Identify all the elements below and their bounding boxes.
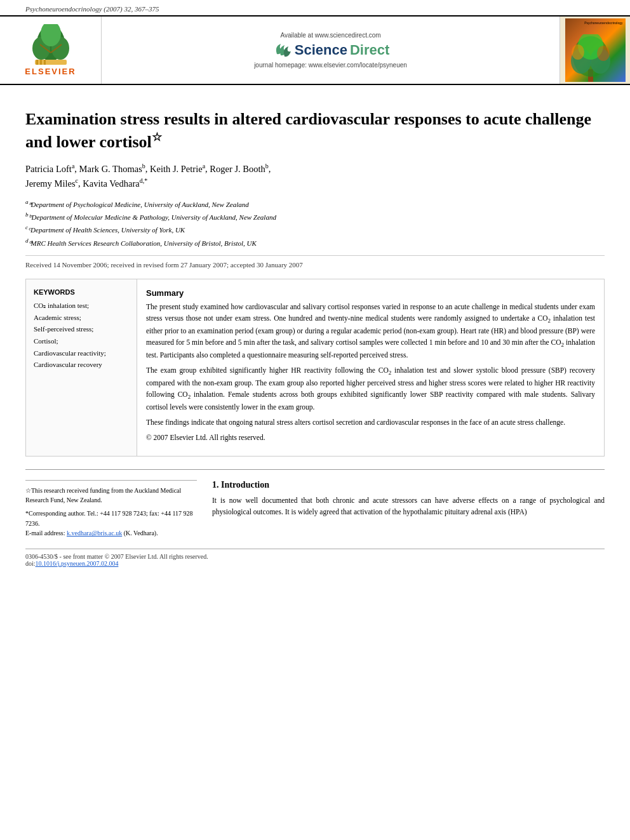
elsevier-tree-icon: [22, 24, 79, 65]
title-text: Examination stress results in altered ca…: [25, 110, 591, 150]
sd-name-science: Science: [295, 42, 347, 58]
available-text: Available at www.sciencedirect.com: [280, 32, 380, 39]
email-footnote: E-mail address: k.vedhara@bris.ac.uk (K.…: [25, 528, 197, 538]
summary-column: Summary The present study examined how c…: [137, 279, 604, 457]
sciencedirect-box: Available at www.sciencedirect.com Scien…: [102, 17, 560, 84]
keyword-1: CO₂ inhalation test;: [34, 300, 129, 312]
svg-rect-10: [44, 60, 46, 65]
star-footnote: ☆This research received funding from the…: [25, 480, 197, 505]
journal-meta: Psychoneuroendocrinology (2007) 32, 367–…: [0, 0, 630, 15]
author-sup-b2: b: [265, 163, 269, 170]
affil-text-d: ᵈMRC Health Services Research Collaborat…: [29, 239, 257, 246]
cover-art-icon: [565, 34, 616, 82]
affiliation-a: aᵃDepartment of Psychological Medicine, …: [25, 197, 605, 210]
author-sup-c: c: [76, 177, 78, 184]
journal-cover-box: Psychoneuroendocrinology: [560, 17, 630, 84]
section-title-text: Introduction: [221, 480, 269, 490]
keyword-2: Academic stress;: [34, 312, 129, 324]
summary-para-2: The exam group exhibited significantly h…: [146, 365, 595, 413]
affiliation-b: bᵇDepartment of Molecular Medicine & Pat…: [25, 210, 605, 223]
publisher-banner: ELSEVIER Available at www.sciencedirect.…: [0, 15, 630, 85]
affil-text-a: ᵃDepartment of Psychological Medicine, U…: [29, 200, 249, 208]
main-content: Examination stress results in altered ca…: [0, 85, 630, 580]
title-star: ☆: [152, 131, 162, 143]
elsevier-label: ELSEVIER: [25, 67, 76, 76]
bottom-bar: 0306-4530/$ - see front matter © 2007 El…: [25, 549, 605, 567]
keyword-6: Cardiovascular recovery: [34, 359, 129, 371]
elsevier-logo-box: ELSEVIER: [0, 17, 102, 84]
summary-para-1: The present study examined how cardiovas…: [146, 302, 595, 361]
author-sup-a: a: [72, 163, 74, 170]
summary-copyright: © 2007 Elsevier Ltd. All rights reserved…: [146, 432, 595, 444]
sciencedirect-logo: ScienceDirect: [272, 41, 390, 59]
keywords-column: KEYWORDS CO₂ inhalation test; Academic s…: [26, 279, 137, 457]
email-link[interactable]: k.vedhara@bris.ac.uk: [67, 530, 122, 537]
issn-text: 0306-4530/$ - see front matter © 2007 El…: [25, 553, 208, 560]
star-footnote-text: ☆This research received funding from the…: [25, 487, 181, 503]
authors-line: Patricia Lofta, Mark G. Thomasb, Keith J…: [25, 161, 605, 191]
sd-leaf-icon: [272, 41, 292, 59]
email-label: E-mail address:: [25, 530, 67, 537]
svg-rect-7: [35, 60, 67, 65]
introduction-text: It is now well documented that both chro…: [212, 495, 605, 518]
keywords-summary-box: KEYWORDS CO₂ inhalation test; Academic s…: [25, 279, 605, 457]
svg-point-16: [572, 44, 584, 60]
received-line: Received 14 November 2006; received in r…: [25, 255, 605, 269]
corresponding-footnote: *Corresponding author. Tel.: +44 117 928…: [25, 509, 197, 528]
affiliation-d: dᵈMRC Health Services Research Collabora…: [25, 236, 605, 249]
summary-para-3: These findings indicate that ongoing nat…: [146, 417, 595, 429]
introduction-title: 1. Introduction: [212, 480, 605, 490]
cover-title: Psychoneuroendocrinology: [584, 21, 622, 25]
footnote-block: *Corresponding author. Tel.: +44 117 928…: [25, 509, 197, 538]
affil-text-b: ᵇDepartment of Molecular Medicine & Path…: [29, 213, 276, 221]
page: Psychoneuroendocrinology (2007) 32, 367–…: [0, 0, 630, 840]
author-sup-b1: b: [142, 163, 145, 170]
doi-link[interactable]: 10.1016/j.psyneuen.2007.02.004: [36, 560, 119, 567]
affiliation-c: cᶜDepartment of Health Sciences, Univers…: [25, 223, 605, 236]
article-title: Examination stress results in altered ca…: [25, 109, 605, 152]
summary-heading: Summary: [146, 288, 595, 298]
svg-rect-8: [36, 60, 38, 65]
author-sup-a2: a: [203, 163, 205, 170]
two-col-section: ☆This research received funding from the…: [25, 480, 605, 538]
footnotes-column: ☆This research received funding from the…: [25, 480, 197, 538]
keyword-4: Cortisol;: [34, 335, 129, 347]
introduction-column: 1. Introduction It is now well documente…: [212, 480, 605, 538]
section-number: 1.: [212, 480, 219, 490]
author-sup-d: d,*: [140, 177, 148, 184]
journal-citation: Psychoneuroendocrinology (2007) 32, 367–…: [25, 5, 159, 13]
section-divider: [25, 469, 605, 470]
summary-text: The present study examined how cardiovas…: [146, 302, 595, 444]
svg-rect-9: [40, 60, 42, 65]
keywords-list: CO₂ inhalation test; Academic stress; Se…: [34, 300, 129, 371]
doi-label: doi:: [25, 560, 36, 567]
journal-cover-image: Psychoneuroendocrinology: [565, 18, 626, 82]
email-suffix: (K. Vedhara).: [122, 530, 158, 537]
affiliations-block: aᵃDepartment of Psychological Medicine, …: [25, 197, 605, 249]
keyword-5: Cardiovascular reactivity;: [34, 347, 129, 359]
keyword-3: Self-perceived stress;: [34, 323, 129, 335]
homepage-text: journal homepage: www.elsevier.com/locat…: [254, 62, 407, 69]
affil-text-c: ᶜDepartment of Health Sciences, Universi…: [28, 226, 185, 234]
sd-name-direct: Direct: [350, 42, 389, 58]
svg-point-17: [597, 46, 610, 61]
keywords-heading: KEYWORDS: [34, 288, 129, 296]
